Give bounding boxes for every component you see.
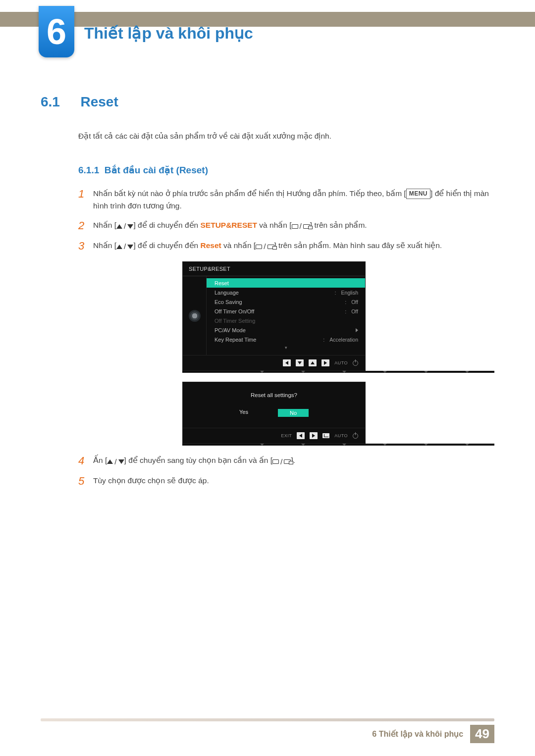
dialog-yes: Yes [239, 409, 248, 417]
auto-label: AUTO [334, 433, 348, 438]
step-number: 3 [78, 240, 93, 252]
osd-gear-icon [183, 276, 207, 355]
subsection-heading: 6.1.1 Bắt đầu cài đặt (Reset) [78, 164, 494, 176]
power-icon [353, 433, 358, 439]
osd-button-indicators [182, 444, 494, 446]
text: Ấn [ [93, 456, 107, 464]
content-area: 6.1 Reset Đặt tất cả các cài đặt của sản… [41, 94, 494, 495]
chevron-right-icon [356, 328, 358, 332]
dialog-question: Reset all settings? [183, 382, 365, 405]
chapter-badge: 6 [39, 6, 74, 57]
source-enter-icon: / [256, 241, 274, 253]
step-4: 4 Ấn [/] để chuyển sang tùy chọn bạn cần… [78, 454, 494, 468]
osd-dialog-footer: EXIT AUTO [183, 428, 365, 443]
step-body: Nhấn [/] để di chuyển đến Reset và nhấn … [93, 240, 494, 253]
chapter-title: Thiết lập và khôi phục [84, 24, 253, 43]
text: ] để chuyển sang tùy chọn bạn cần và ấn … [124, 456, 273, 464]
osd-row-pcav-mode: PC/AV Mode [207, 325, 365, 335]
text: và nhấn [ [221, 241, 256, 250]
osd-footer: AUTO [183, 355, 365, 370]
dialog-no: No [278, 409, 309, 417]
osd-row-eco-saving: Eco Saving:Off [207, 297, 365, 306]
step-body: Tùy chọn được chọn sẽ được áp. [93, 475, 494, 487]
page-footer: 6 Thiết lập và khôi phục 49 [0, 725, 535, 743]
nav-right-icon [310, 432, 318, 439]
source-enter-icon: / [292, 220, 310, 233]
power-icon [353, 360, 358, 366]
osd-list: Reset Language:English Eco Saving:Off Of… [207, 276, 365, 355]
step-body: Nhấn bất kỳ nút nào ở phía trước sản phẩ… [93, 188, 494, 212]
osd-row-off-timer: Off Timer On/Off:Off [207, 306, 365, 316]
nav-down-icon [296, 359, 304, 366]
osd-button-indicators [182, 371, 494, 373]
source-enter-icon: / [272, 456, 291, 468]
nav-left-icon [283, 359, 291, 366]
text: Nhấn [ [93, 241, 116, 250]
osd-title: SETUP&RESET [183, 262, 365, 276]
step-body: Ấn [/] để chuyển sang tùy chọn bạn cần v… [93, 454, 494, 468]
text: Nhấn bất kỳ nút nào ở phía trước sản phẩ… [93, 189, 406, 198]
subsection-title: Bắt đầu cài đặt (Reset) [105, 165, 208, 175]
footer-divider [41, 718, 494, 721]
osd-menu: SETUP&RESET Reset Language:English Eco S… [182, 261, 366, 371]
nav-up-icon [309, 359, 317, 366]
auto-label: AUTO [334, 360, 348, 365]
section-title: Reset [80, 94, 118, 110]
header-bar [0, 12, 535, 27]
up-down-icon: / [116, 241, 133, 253]
scroll-down-icon: ▾ [207, 344, 365, 353]
step-5: 5 Tùy chọn được chọn sẽ được áp. [78, 475, 494, 488]
section-number: 6.1 [41, 94, 78, 110]
text: ] trên sản phẩm. Màn hình sau đây sẽ xuấ… [274, 241, 442, 250]
text: ] trên sản phẩm. [310, 221, 367, 229]
page-number: 49 [470, 725, 494, 743]
nav-right-icon [321, 359, 329, 366]
osd-row-off-timer-setting: Off Timer Setting [207, 316, 365, 325]
subsection-number: 6.1.1 [78, 165, 99, 175]
text: Nhấn [ [93, 221, 116, 229]
step-number: 4 [78, 454, 93, 467]
osd-screenshot-1: SETUP&RESET Reset Language:English Eco S… [182, 261, 494, 446]
chapter-number: 6 [47, 14, 66, 50]
section-intro: Đặt tất cả các cài đặt của sản phẩm trở … [78, 132, 494, 141]
up-down-icon: / [116, 220, 133, 233]
text: ] để di chuyển đến [133, 221, 200, 229]
enter-icon [322, 433, 329, 438]
setup-reset-label: SETUP&RESET [201, 221, 258, 229]
dialog-options: Yes No [183, 405, 365, 428]
text: ] để di chuyển đến [133, 241, 200, 250]
step-2: 2 Nhấn [/] để di chuyển đến SETUP&RESET … [78, 219, 494, 233]
osd-row-language: Language:English [207, 288, 365, 297]
step-1: 1 Nhấn bất kỳ nút nào ở phía trước sản p… [78, 188, 494, 212]
osd-dialog: Reset all settings? Yes No EXIT AUTO [182, 382, 366, 444]
step-number: 5 [78, 475, 93, 488]
nav-left-icon [297, 432, 305, 439]
reset-label: Reset [201, 241, 221, 250]
osd-row-key-repeat: Key Repeat Time:Acceleration [207, 335, 365, 344]
step-number: 1 [78, 188, 93, 201]
osd-row-reset: Reset [207, 278, 365, 288]
menu-key: MENU [406, 189, 430, 199]
step-3: 3 Nhấn [/] để di chuyển đến Reset và nhấ… [78, 240, 494, 253]
exit-label: EXIT [281, 433, 292, 438]
footer-chapter-label: 6 Thiết lập và khôi phục [372, 729, 463, 739]
up-down-icon: / [107, 456, 124, 468]
step-number: 2 [78, 219, 93, 232]
text: và nhấn [ [257, 221, 291, 229]
steps-list: 1 Nhấn bất kỳ nút nào ở phía trước sản p… [78, 188, 494, 488]
step-body: Nhấn [/] để di chuyển đến SETUP&RESET và… [93, 219, 494, 233]
